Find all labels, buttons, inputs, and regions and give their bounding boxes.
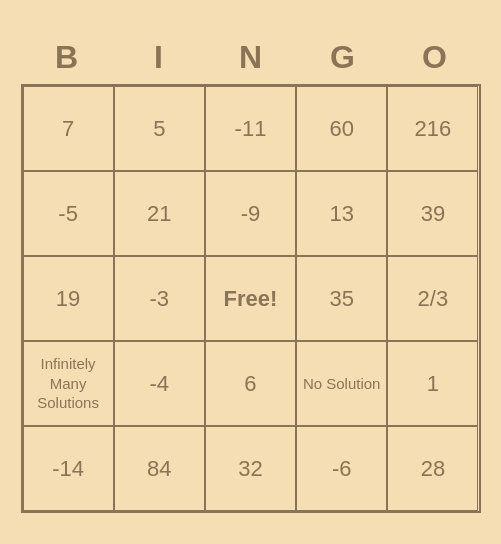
cell-3-2: 6 (205, 341, 296, 426)
cell-4-3: -6 (296, 426, 387, 511)
cell-2-4: 2/3 (387, 256, 478, 341)
cell-2-3: 35 (296, 256, 387, 341)
bingo-grid: 7 5 -11 60 216 -5 21 -9 13 39 19 -3 Free… (21, 84, 481, 513)
cell-0-1: 5 (114, 86, 205, 171)
header-o: O (389, 31, 481, 84)
cell-0-4: 216 (387, 86, 478, 171)
cell-4-2: 32 (205, 426, 296, 511)
cell-0-3: 60 (296, 86, 387, 171)
bingo-header: B I N G O (21, 31, 481, 84)
cell-3-1: -4 (114, 341, 205, 426)
bingo-card: B I N G O 7 5 -11 60 216 -5 21 -9 13 39 … (11, 21, 491, 523)
cell-0-0: 7 (23, 86, 114, 171)
header-n: N (205, 31, 297, 84)
cell-1-1: 21 (114, 171, 205, 256)
cell-1-3: 13 (296, 171, 387, 256)
cell-4-0: -14 (23, 426, 114, 511)
cell-3-0: Infinitely Many Solutions (23, 341, 114, 426)
cell-4-1: 84 (114, 426, 205, 511)
cell-4-4: 28 (387, 426, 478, 511)
cell-3-3: No Solution (296, 341, 387, 426)
cell-2-0: 19 (23, 256, 114, 341)
cell-3-4: 1 (387, 341, 478, 426)
header-b: B (21, 31, 113, 84)
cell-2-1: -3 (114, 256, 205, 341)
cell-2-2-free: Free! (205, 256, 296, 341)
cell-1-4: 39 (387, 171, 478, 256)
cell-1-2: -9 (205, 171, 296, 256)
header-i: I (113, 31, 205, 84)
header-g: G (297, 31, 389, 84)
cell-0-2: -11 (205, 86, 296, 171)
cell-1-0: -5 (23, 171, 114, 256)
